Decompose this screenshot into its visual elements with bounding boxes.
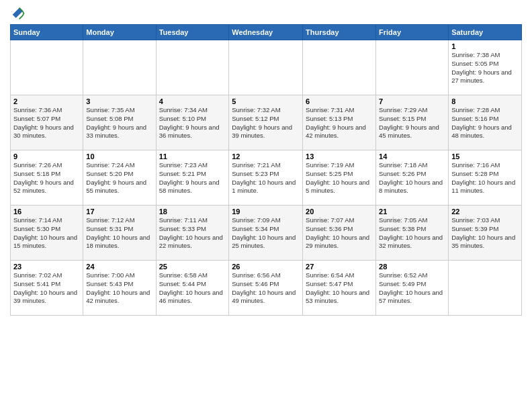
day-info: Sunrise: 6:52 AMSunset: 5:49 PMDaylight:…: [379, 271, 445, 306]
day-number: 24: [86, 263, 152, 271]
weekday-header-monday: Monday: [83, 25, 156, 40]
day-number: 28: [379, 263, 445, 271]
day-number: 13: [306, 152, 373, 161]
day-info: Sunrise: 7:38 AMSunset: 5:05 PMDaylight:…: [451, 51, 519, 85]
day-info: Sunrise: 7:07 AMSunset: 5:36 PMDaylight:…: [306, 216, 373, 250]
calendar-cell: 21Sunrise: 7:05 AMSunset: 5:38 PMDayligh…: [376, 205, 449, 261]
day-number: 17: [86, 208, 152, 216]
calendar-cell: [376, 40, 449, 95]
calendar-table: SundayMondayTuesdayWednesdayThursdayFrid…: [10, 24, 522, 316]
calendar-cell: 18Sunrise: 7:11 AMSunset: 5:33 PMDayligh…: [156, 205, 229, 261]
day-info: Sunrise: 7:02 AMSunset: 5:41 PMDaylight:…: [13, 271, 80, 306]
day-number: 21: [379, 208, 445, 216]
day-number: 10: [86, 152, 152, 161]
day-number: 23: [13, 263, 80, 271]
day-info: Sunrise: 7:14 AMSunset: 5:30 PMDaylight:…: [13, 216, 80, 250]
weekday-header-row: SundayMondayTuesdayWednesdayThursdayFrid…: [11, 25, 522, 40]
calendar-cell: 17Sunrise: 7:12 AMSunset: 5:31 PMDayligh…: [83, 205, 156, 261]
day-info: Sunrise: 7:19 AMSunset: 5:25 PMDaylight:…: [306, 161, 373, 195]
day-info: Sunrise: 7:31 AMSunset: 5:13 PMDaylight:…: [306, 106, 373, 140]
day-number: 15: [451, 152, 519, 161]
week-row-3: 9Sunrise: 7:26 AMSunset: 5:18 PMDaylight…: [11, 150, 522, 205]
calendar-cell: 14Sunrise: 7:18 AMSunset: 5:26 PMDayligh…: [376, 150, 449, 205]
day-number: 8: [451, 97, 519, 105]
day-number: 1: [451, 42, 519, 50]
day-number: 9: [13, 152, 80, 161]
calendar-cell: 19Sunrise: 7:09 AMSunset: 5:34 PMDayligh…: [229, 205, 303, 261]
day-info: Sunrise: 7:29 AMSunset: 5:15 PMDaylight:…: [379, 106, 445, 140]
calendar-cell: 11Sunrise: 7:23 AMSunset: 5:21 PMDayligh…: [156, 150, 229, 205]
calendar-cell: 27Sunrise: 6:54 AMSunset: 5:47 PMDayligh…: [303, 261, 376, 316]
calendar-cell: 15Sunrise: 7:16 AMSunset: 5:28 PMDayligh…: [449, 150, 522, 205]
day-info: Sunrise: 7:34 AMSunset: 5:10 PMDaylight:…: [159, 106, 226, 140]
day-info: Sunrise: 7:09 AMSunset: 5:34 PMDaylight:…: [232, 216, 300, 250]
day-info: Sunrise: 7:23 AMSunset: 5:21 PMDaylight:…: [159, 161, 226, 195]
calendar-cell: 4Sunrise: 7:34 AMSunset: 5:10 PMDaylight…: [156, 95, 229, 150]
day-info: Sunrise: 7:28 AMSunset: 5:16 PMDaylight:…: [451, 106, 519, 140]
calendar-cell: 10Sunrise: 7:24 AMSunset: 5:20 PMDayligh…: [83, 150, 156, 205]
calendar-cell: [156, 40, 229, 95]
calendar-cell: [303, 40, 376, 95]
calendar-cell: 3Sunrise: 7:35 AMSunset: 5:08 PMDaylight…: [83, 95, 156, 150]
weekday-header-wednesday: Wednesday: [229, 25, 303, 40]
day-info: Sunrise: 7:03 AMSunset: 5:39 PMDaylight:…: [451, 216, 519, 250]
calendar-cell: [229, 40, 303, 95]
calendar-cell: 2Sunrise: 7:36 AMSunset: 5:07 PMDaylight…: [11, 95, 83, 150]
day-number: 20: [306, 208, 373, 216]
calendar-cell: 1Sunrise: 7:38 AMSunset: 5:05 PMDaylight…: [449, 40, 522, 95]
logo: [10, 7, 25, 20]
day-info: Sunrise: 7:18 AMSunset: 5:26 PMDaylight:…: [379, 161, 445, 195]
calendar-cell: 5Sunrise: 7:32 AMSunset: 5:12 PMDaylight…: [229, 95, 303, 150]
day-number: 5: [232, 97, 300, 105]
day-info: Sunrise: 6:54 AMSunset: 5:47 PMDaylight:…: [306, 271, 373, 306]
calendar-cell: 24Sunrise: 7:00 AMSunset: 5:43 PMDayligh…: [83, 261, 156, 316]
weekday-header-tuesday: Tuesday: [156, 25, 229, 40]
calendar-cell: 23Sunrise: 7:02 AMSunset: 5:41 PMDayligh…: [11, 261, 83, 316]
day-info: Sunrise: 7:36 AMSunset: 5:07 PMDaylight:…: [13, 106, 80, 140]
day-info: Sunrise: 7:24 AMSunset: 5:20 PMDaylight:…: [86, 161, 152, 195]
day-info: Sunrise: 7:12 AMSunset: 5:31 PMDaylight:…: [86, 216, 152, 250]
day-number: 27: [306, 263, 373, 271]
day-info: Sunrise: 6:58 AMSunset: 5:44 PMDaylight:…: [159, 271, 226, 306]
day-info: Sunrise: 7:32 AMSunset: 5:12 PMDaylight:…: [232, 106, 300, 140]
calendar-cell: 13Sunrise: 7:19 AMSunset: 5:25 PMDayligh…: [303, 150, 376, 205]
calendar-cell: 26Sunrise: 6:56 AMSunset: 5:46 PMDayligh…: [229, 261, 303, 316]
calendar-cell: 16Sunrise: 7:14 AMSunset: 5:30 PMDayligh…: [11, 205, 83, 261]
day-info: Sunrise: 7:26 AMSunset: 5:18 PMDaylight:…: [13, 161, 80, 195]
calendar-cell: 9Sunrise: 7:26 AMSunset: 5:18 PMDaylight…: [11, 150, 83, 205]
week-row-5: 23Sunrise: 7:02 AMSunset: 5:41 PMDayligh…: [11, 261, 522, 316]
calendar-cell: 28Sunrise: 6:52 AMSunset: 5:49 PMDayligh…: [376, 261, 449, 316]
day-number: 18: [159, 208, 226, 216]
calendar-cell: 22Sunrise: 7:03 AMSunset: 5:39 PMDayligh…: [449, 205, 522, 261]
calendar-cell: 12Sunrise: 7:21 AMSunset: 5:23 PMDayligh…: [229, 150, 303, 205]
week-row-1: 1Sunrise: 7:38 AMSunset: 5:05 PMDaylight…: [11, 40, 522, 95]
day-number: 19: [232, 208, 300, 216]
calendar-cell: 8Sunrise: 7:28 AMSunset: 5:16 PMDaylight…: [449, 95, 522, 150]
day-number: 16: [13, 208, 80, 216]
day-info: Sunrise: 7:35 AMSunset: 5:08 PMDaylight:…: [86, 106, 152, 140]
day-info: Sunrise: 7:16 AMSunset: 5:28 PMDaylight:…: [451, 161, 519, 195]
day-number: 6: [306, 97, 373, 105]
calendar-cell: [449, 261, 522, 316]
day-info: Sunrise: 7:11 AMSunset: 5:33 PMDaylight:…: [159, 216, 226, 250]
day-number: 25: [159, 263, 226, 271]
day-number: 3: [86, 97, 152, 105]
page-container: SundayMondayTuesdayWednesdayThursdayFrid…: [0, 0, 532, 319]
week-row-2: 2Sunrise: 7:36 AMSunset: 5:07 PMDaylight…: [11, 95, 522, 150]
calendar-cell: 6Sunrise: 7:31 AMSunset: 5:13 PMDaylight…: [303, 95, 376, 150]
day-number: 14: [379, 152, 445, 161]
header: [10, 7, 522, 20]
day-number: 22: [451, 208, 519, 216]
day-number: 4: [159, 97, 226, 105]
logo-icon: [11, 7, 25, 20]
day-number: 26: [232, 263, 300, 271]
day-number: 7: [379, 97, 445, 105]
calendar-cell: 7Sunrise: 7:29 AMSunset: 5:15 PMDaylight…: [376, 95, 449, 150]
weekday-header-sunday: Sunday: [11, 25, 83, 40]
day-info: Sunrise: 6:56 AMSunset: 5:46 PMDaylight:…: [232, 271, 300, 306]
calendar-cell: 20Sunrise: 7:07 AMSunset: 5:36 PMDayligh…: [303, 205, 376, 261]
day-number: 12: [232, 152, 300, 161]
weekday-header-friday: Friday: [376, 25, 449, 40]
weekday-header-thursday: Thursday: [303, 25, 376, 40]
week-row-4: 16Sunrise: 7:14 AMSunset: 5:30 PMDayligh…: [11, 205, 522, 261]
